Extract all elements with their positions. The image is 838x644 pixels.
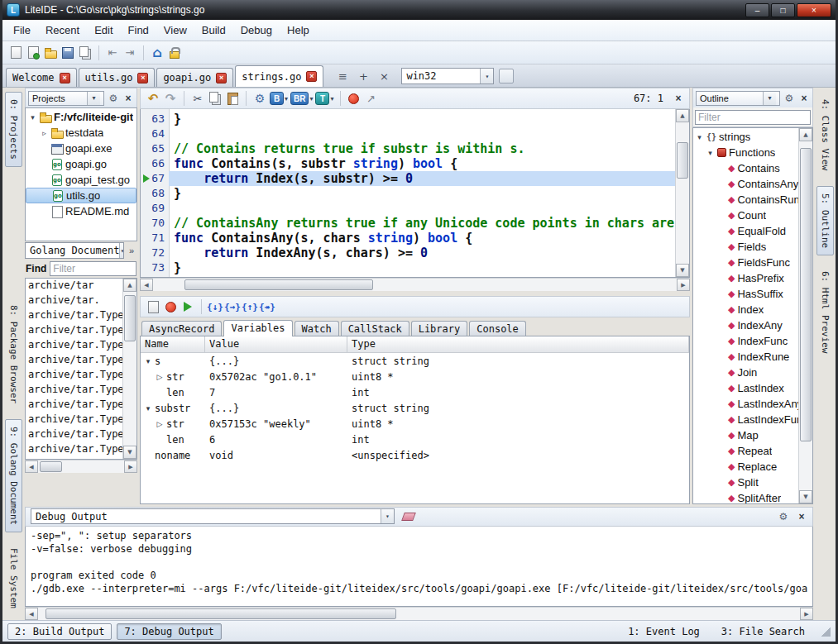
project-tree-item[interactable]: goapi.exe xyxy=(26,141,136,156)
status-7-debug-output[interactable]: 7: Debug Output xyxy=(117,623,221,640)
scroll-track[interactable] xyxy=(799,141,812,490)
clear-output-icon[interactable] xyxy=(401,509,416,524)
project-tree-item[interactable]: ▹testdata xyxy=(26,125,136,141)
status-3-file-search[interactable]: 3: File Search xyxy=(713,624,813,639)
expander-icon[interactable]: ▹ xyxy=(40,129,49,137)
doc-list-item[interactable]: archive/tar.TypeReg xyxy=(26,398,122,413)
outline-vscrollbar[interactable]: ▲▼ xyxy=(798,128,812,503)
scroll-arrow-right-icon[interactable]: ▶ xyxy=(124,460,137,473)
size-grip-icon[interactable] xyxy=(820,626,831,637)
code-line[interactable]: 70// ContainsAny returns true if any Uni… xyxy=(141,216,675,231)
close-panel-button[interactable]: × xyxy=(122,93,134,104)
gear-icon[interactable]: ⚙ xyxy=(108,93,119,104)
close-panel-button[interactable]: × xyxy=(796,511,807,522)
close-button[interactable]: × xyxy=(797,3,831,17)
code-line[interactable]: 67 return Index(s, substr) >= 0 xyxy=(141,171,675,186)
project-tree-item[interactable]: README.md xyxy=(26,203,136,219)
debug-tab-variables[interactable]: Variables xyxy=(223,320,292,336)
menu-find[interactable]: Find xyxy=(121,21,156,40)
tab-close-icon[interactable]: × xyxy=(137,73,148,83)
new-file-icon[interactable] xyxy=(8,45,23,60)
redo-icon[interactable]: ↷ xyxy=(163,91,178,106)
sidebar-tab-4-class-view[interactable]: 4: Class View xyxy=(816,92,834,178)
outline-filter-input[interactable] xyxy=(695,110,811,125)
outline-item[interactable]: ◆Fields xyxy=(693,239,798,255)
debug-output-hscrollbar[interactable]: ◀▶ xyxy=(25,607,813,620)
doc-filter-input[interactable] xyxy=(50,261,136,276)
scroll-track[interactable] xyxy=(123,292,136,446)
paste-icon[interactable] xyxy=(225,91,240,106)
doc-list-item[interactable]: archive/tar. xyxy=(26,294,122,309)
sidebar-tab-6-html-preview[interactable]: 6: Html Preview xyxy=(816,264,834,360)
scroll-thumb[interactable] xyxy=(45,608,396,619)
save-file-icon[interactable] xyxy=(60,45,75,60)
tab-strings-go[interactable]: strings.go× xyxy=(235,65,323,87)
outline-item[interactable]: ◆ContainsAny xyxy=(693,176,798,192)
split-editor-icon[interactable]: + xyxy=(356,69,371,83)
close-editor-button[interactable]: × xyxy=(673,93,684,104)
menu-recent[interactable]: Recent xyxy=(38,21,87,40)
outline-item[interactable]: ◆Join xyxy=(693,365,798,380)
outline-item[interactable]: ◆Replace xyxy=(693,459,798,475)
doc-more-button[interactable]: » xyxy=(126,246,137,255)
continue-icon[interactable] xyxy=(180,299,195,314)
column-header-name[interactable]: Name xyxy=(141,336,205,352)
column-header-value[interactable]: Value xyxy=(205,336,347,352)
scroll-arrow-left-icon[interactable]: ◀ xyxy=(25,460,38,473)
outline-item[interactable]: ◆LastIndex xyxy=(693,380,798,396)
import-icon[interactable]: ⇤ xyxy=(105,45,120,60)
code-line[interactable]: 73} xyxy=(141,260,675,275)
column-header-type[interactable]: Type xyxy=(347,336,689,352)
scroll-thumb[interactable] xyxy=(677,142,688,179)
menu-debug[interactable]: Debug xyxy=(233,21,280,40)
tab-close-icon[interactable]: × xyxy=(216,73,227,83)
home-icon[interactable]: ⌂ xyxy=(150,45,165,60)
close-panel-button[interactable]: × xyxy=(798,93,810,104)
session-lock-icon[interactable] xyxy=(167,45,182,60)
variable-row[interactable]: len7int xyxy=(141,384,689,400)
sidebar-tab-8-package-browser[interactable]: 8: Package Browser xyxy=(5,298,22,411)
outline-item[interactable]: ◆FieldsFunc xyxy=(693,255,798,270)
outline-item[interactable]: ◆HasPrefix xyxy=(693,270,798,286)
projects-view-combo[interactable]: Projects ▾ xyxy=(28,91,104,106)
build-menu-button[interactable]: B▾ xyxy=(270,92,288,105)
sidebar-tab-file-system[interactable]: File System xyxy=(5,541,22,616)
scroll-arrow-up-icon[interactable]: ▲ xyxy=(123,279,136,292)
menu-help[interactable]: Help xyxy=(280,21,317,40)
doc-list-item[interactable]: archive/tar.TypeBlock xyxy=(26,309,122,324)
save-all-icon[interactable] xyxy=(78,45,93,60)
variable-row[interactable]: ▷str0x57153c "weekly"uint8 * xyxy=(141,416,689,432)
doc-list-item[interactable]: archive/tar.TypeLink xyxy=(26,384,122,398)
code-line[interactable]: 66func Contains(s, substr string) bool { xyxy=(141,156,675,171)
undo-icon[interactable]: ↶ xyxy=(146,91,160,106)
scroll-arrow-left-icon[interactable]: ◀ xyxy=(140,279,153,291)
open-folder-icon[interactable] xyxy=(43,45,58,60)
code-line[interactable]: 69 xyxy=(141,201,675,216)
tab-welcome[interactable]: Welcome× xyxy=(6,68,77,87)
menu-view[interactable]: View xyxy=(156,21,194,40)
code-line[interactable]: 65// Contains returns true if substr is … xyxy=(141,141,675,156)
scroll-arrow-right-icon[interactable]: ▶ xyxy=(800,608,813,620)
doc-list-vscrollbar[interactable]: ▲▼ xyxy=(122,279,136,459)
open-file-icon[interactable] xyxy=(26,45,41,60)
debug-tab-watch[interactable]: Watch xyxy=(294,321,339,336)
outline-item[interactable]: ◆Index xyxy=(693,302,798,317)
code-editor[interactable]: 63}6465// Contains returns true if subst… xyxy=(140,109,690,278)
variable-row[interactable]: nonamevoid<unspecified> xyxy=(141,447,689,463)
outline-item[interactable]: ▾Functions xyxy=(693,145,798,160)
gear-icon[interactable]: ⚙ xyxy=(783,93,795,104)
expander-icon[interactable]: ▾ xyxy=(695,133,704,141)
outline-item[interactable]: ◆IndexAny xyxy=(693,317,798,333)
doc-list-item[interactable]: archive/tar xyxy=(26,279,122,294)
tab-utils-go[interactable]: utils.go× xyxy=(79,68,156,87)
scroll-thumb[interactable] xyxy=(800,148,812,441)
expander-icon[interactable]: ▷ xyxy=(155,373,165,381)
code-line[interactable]: 68} xyxy=(141,186,675,201)
sidebar-tab-5-outline[interactable]: 5: Outline xyxy=(816,186,834,255)
outline-item[interactable]: ◆IndexRune xyxy=(693,349,798,365)
project-tree-item[interactable]: ▾F:/vfc/liteide-git xyxy=(26,109,136,125)
expander-icon[interactable]: ▾ xyxy=(143,404,153,413)
project-tree-item[interactable]: goapi.go xyxy=(26,156,136,172)
scroll-thumb[interactable] xyxy=(40,461,62,472)
doc-list-item[interactable]: archive/tar.TypeDir xyxy=(26,354,122,369)
